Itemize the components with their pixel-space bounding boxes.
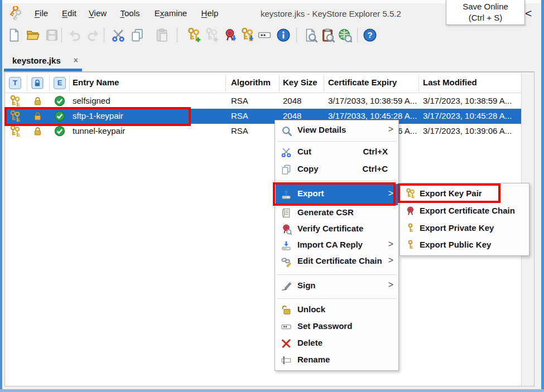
menu-help[interactable]: Help	[196, 6, 223, 21]
export-annotation-box	[273, 182, 396, 206]
paste-button[interactable]	[155, 28, 169, 42]
menu-item-cut[interactable]: Cut Ctrl+X	[276, 144, 398, 161]
toolbar-separator	[61, 28, 62, 42]
entry-name: selfsigned	[73, 96, 110, 105]
menu-item-rename[interactable]: Rename	[276, 352, 398, 369]
menu-item-import-ca-reply[interactable]: Import CA Reply >	[276, 238, 398, 254]
svg-text:?: ?	[367, 30, 372, 40]
menu-item-delete[interactable]: Delete	[276, 336, 398, 352]
copy-button[interactable]	[130, 28, 145, 42]
redo-button[interactable]	[86, 28, 100, 42]
toolbar-separator	[296, 28, 297, 42]
scissors-icon	[281, 147, 292, 158]
column-type-icon[interactable]: T	[9, 77, 21, 89]
copy-icon	[281, 164, 292, 175]
menu-item-verify-certificate[interactable]: Verify Certificate	[276, 221, 398, 238]
tab-keystore-jks[interactable]: keystore.jks ×	[4, 54, 83, 69]
key-pair-icon	[8, 125, 22, 138]
import-trusted-certificate-button[interactable]	[223, 28, 237, 42]
submenu-item-export-private-key[interactable]: Export Private Key	[401, 220, 528, 237]
menu-file[interactable]: File	[29, 6, 54, 21]
shortcut-label: Ctrl+X	[363, 147, 388, 156]
submenu-arrow-icon: >	[388, 280, 393, 290]
new-keystore-button[interactable]	[7, 28, 21, 42]
certificate-rosette-icon	[405, 206, 416, 216]
key-icon	[405, 223, 416, 234]
header-separator	[225, 75, 226, 91]
undo-button[interactable]	[68, 28, 82, 42]
header-separator	[69, 75, 70, 91]
submenu-arrow-icon: >	[388, 124, 393, 134]
key-pair-icon	[8, 95, 22, 108]
help-button[interactable]: ?	[363, 28, 377, 42]
submenu-item-export-public-key[interactable]: Export Public Key	[401, 237, 528, 254]
verify-certificate-icon	[281, 224, 292, 235]
tab-close-icon[interactable]: ×	[74, 56, 78, 65]
import-ca-reply-icon	[281, 240, 292, 251]
app-logo-icon	[8, 6, 22, 20]
edit-chain-icon	[281, 256, 292, 267]
toolbar-separator	[104, 28, 104, 42]
menu-examine[interactable]: Examine	[150, 6, 192, 21]
submenu-arrow-icon: >	[388, 239, 393, 249]
rename-icon	[281, 355, 292, 366]
generate-secret-key-button[interactable]	[204, 28, 219, 42]
key-icon	[405, 240, 416, 250]
properties-button[interactable]	[276, 28, 291, 42]
menu-tools[interactable]: Tools	[115, 6, 145, 21]
menu-item-view-details[interactable]: View Details >	[276, 123, 398, 139]
menu-item-generate-csr[interactable]: Generate CSR	[276, 205, 398, 221]
menu-separator	[277, 181, 396, 181]
submenu-arrow-icon: >	[388, 255, 393, 265]
save-keystore-button[interactable]	[45, 28, 59, 42]
valid-check-icon	[54, 95, 65, 107]
menu-separator	[277, 141, 396, 142]
menu-item-set-password[interactable]: Set Password	[276, 319, 398, 336]
cut-button[interactable]	[111, 28, 126, 42]
set-password-button[interactable]	[257, 28, 272, 42]
collapse-chevron-icon[interactable]: <	[525, 7, 532, 20]
menu-item-sign[interactable]: Sign >	[276, 278, 398, 296]
column-lock-status-icon[interactable]	[31, 77, 44, 89]
import-key-pair-button[interactable]	[240, 28, 254, 42]
menu-view[interactable]: View	[84, 6, 112, 21]
toolbar-separator	[357, 28, 358, 42]
column-entry-name[interactable]: Entry Name	[73, 78, 119, 87]
sign-pen-icon	[281, 280, 292, 292]
lock-icon	[33, 95, 42, 107]
password-icon	[281, 321, 292, 332]
table-row-selfsigned[interactable]: selfsigned RSA 2048 3/17/2033, 10:38:59 …	[5, 94, 521, 109]
context-menu: View Details > Cut Ctrl+X Copy Ctrl+C Ex…	[275, 120, 399, 371]
header-separator	[418, 75, 419, 91]
generate-key-pair-button[interactable]	[186, 28, 201, 42]
window-border-right	[541, 0, 544, 392]
valid-check-icon	[54, 125, 65, 137]
window-border-bottom	[0, 389, 544, 392]
menu-item-unlock[interactable]: Unlock	[276, 302, 398, 319]
menu-separator	[277, 274, 396, 275]
toolbar-separator	[177, 28, 177, 42]
column-algorithm[interactable]: Algorithm	[231, 78, 271, 87]
examine-ssl-button[interactable]	[338, 28, 352, 42]
magnifier-icon	[281, 125, 292, 136]
examine-clipboard-button[interactable]	[320, 28, 335, 42]
open-keystore-button[interactable]	[26, 28, 40, 42]
menu-item-edit-certificate-chain[interactable]: Edit Certificate Chain >	[276, 254, 398, 272]
export-key-pair-annotation-box	[398, 183, 500, 203]
submenu-item-export-certificate-chain[interactable]: Export Certificate Chain	[401, 203, 528, 220]
window-title: keystore.jks - KeyStore Explorer 5.5.2	[261, 9, 401, 18]
selected-row-annotation-box	[4, 107, 191, 126]
column-certificate-expiry[interactable]: Certificate Expiry	[328, 78, 397, 87]
menu-item-copy[interactable]: Copy Ctrl+C	[276, 162, 398, 178]
column-last-modified[interactable]: Last Modified	[423, 78, 477, 87]
column-key-size[interactable]: Key Size	[283, 78, 317, 87]
examine-file-button[interactable]	[303, 28, 317, 42]
lock-icon	[33, 125, 42, 137]
header-separator	[279, 75, 280, 91]
entry-name: tunnel-keypair	[73, 126, 125, 135]
window-border-left	[0, 0, 2, 392]
table-row-tunnel-keypair[interactable]: tunnel-keypair RSA 3/17/2033, 10:39:06 A…	[5, 124, 521, 139]
save-online-tooltip: Save Online (Ctrl + S)	[446, 0, 525, 25]
column-expiry-icon[interactable]: E	[54, 77, 66, 89]
menu-edit[interactable]: Edit	[57, 6, 81, 21]
